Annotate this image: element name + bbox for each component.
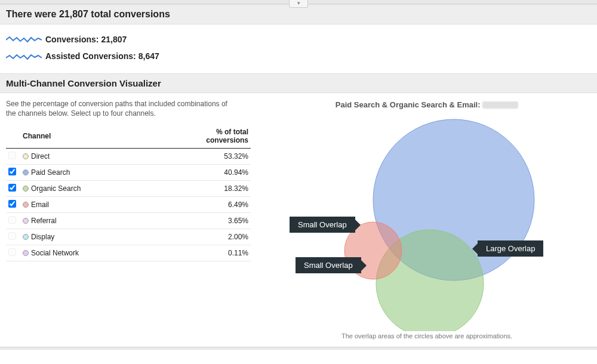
channel-pct: 6.49% — [186, 197, 251, 213]
channel-checkbox[interactable] — [8, 152, 16, 159]
channel-checkbox[interactable] — [8, 216, 16, 224]
table-row: Direct53.32% — [6, 149, 251, 165]
channel-name: Social Network — [31, 249, 79, 257]
assisted-value: 8,647 — [139, 51, 159, 61]
metric-assisted: Assisted Conversions: 8,647 — [6, 50, 591, 63]
conversions-value: 21,807 — [101, 35, 127, 44]
caret-down-icon[interactable]: ▾ — [289, 0, 308, 8]
conversions-label: Conversions: — [45, 35, 99, 44]
channel-checkbox[interactable] — [8, 248, 16, 256]
channel-checkbox[interactable] — [8, 168, 16, 175]
section-title: Multi-Channel Conversion Visualizer — [0, 73, 597, 93]
channel-name: Organic Search — [31, 184, 81, 193]
sparkline-conversions-icon — [6, 33, 42, 46]
section-description: See the percentage of conversion paths t… — [6, 99, 233, 118]
table-row: Email6.49% — [6, 197, 251, 213]
color-swatch-icon — [23, 169, 29, 175]
color-swatch-icon — [23, 234, 29, 240]
redacted-value — [482, 101, 518, 109]
channel-name: Referral — [31, 217, 57, 225]
channel-pct: 2.00% — [186, 229, 251, 245]
channels-table: Channel % of totalconversions Direct53.3… — [6, 124, 251, 261]
table-row: Social Network0.11% — [6, 245, 251, 261]
channel-checkbox[interactable] — [8, 232, 16, 240]
channel-name: Paid Search — [31, 168, 70, 177]
metric-conversions: Conversions: 21,807 — [6, 33, 591, 46]
venn-title: Paid Search & Organic Search & Email: — [263, 100, 591, 109]
callout-large: Large Overlap — [478, 240, 543, 257]
table-row: Organic Search18.32% — [6, 181, 251, 197]
channel-checkbox[interactable] — [8, 184, 16, 192]
summary-post: total conversions — [88, 9, 170, 19]
channel-pct: 3.65% — [186, 213, 251, 229]
color-swatch-icon — [23, 250, 29, 256]
table-row: Display2.00% — [6, 229, 251, 245]
channel-pct: 40.94% — [186, 165, 251, 181]
col-channel: Channel — [20, 124, 186, 149]
color-swatch-icon — [23, 218, 29, 224]
sparkline-assisted-icon — [6, 50, 42, 63]
venn-footnote: The overlap areas of the circles above a… — [263, 332, 591, 340]
bottom-bar — [0, 347, 597, 350]
assisted-label: Assisted Conversions: — [45, 51, 136, 61]
summary-pre: There were — [6, 9, 59, 19]
channel-pct: 53.32% — [186, 149, 251, 165]
color-swatch-icon — [23, 186, 29, 192]
channel-checkbox[interactable] — [8, 200, 16, 208]
col-pct: % of totalconversions — [186, 124, 251, 149]
venn-diagram: Small Overlap Small Overlap Large Overla… — [278, 110, 576, 331]
summary-number: 21,807 — [59, 9, 88, 19]
table-row: Referral3.65% — [6, 213, 251, 229]
collapse-bar: ▾ — [0, 0, 597, 4]
table-row: Paid Search40.94% — [6, 165, 251, 181]
color-swatch-icon — [23, 202, 29, 208]
channel-name: Email — [31, 200, 49, 209]
channel-pct: 0.11% — [186, 245, 251, 261]
callout-small-1: Small Overlap — [290, 217, 355, 233]
channel-name: Display — [31, 233, 54, 241]
callout-small-2: Small Overlap — [296, 257, 361, 273]
color-swatch-icon — [23, 153, 29, 159]
channel-name: Direct — [31, 152, 50, 161]
channel-pct: 18.32% — [186, 181, 251, 197]
